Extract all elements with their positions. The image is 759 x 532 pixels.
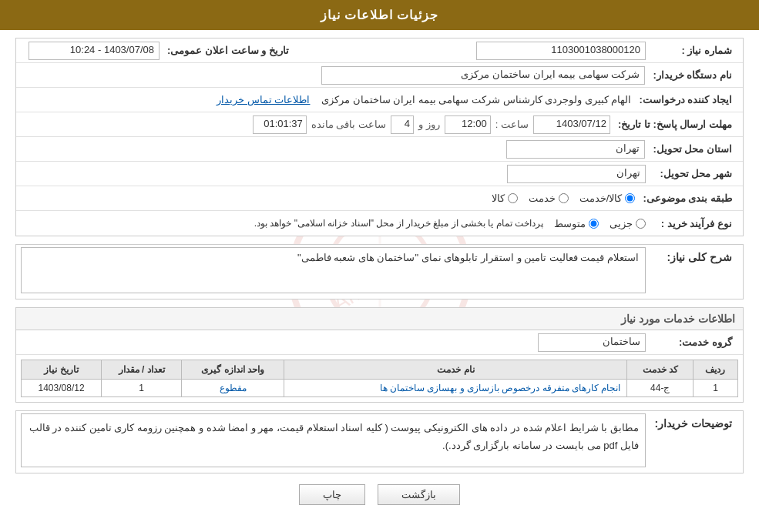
col-row: ردیف: [693, 360, 737, 380]
need-number-row: شماره نیاز : 1103001038000120 تاریخ و سا…: [16, 38, 743, 63]
print-button[interactable]: چاپ: [299, 484, 365, 505]
description-section: شرح کلی نیاز: استعلام قیمت فعالیت تامین …: [15, 244, 744, 299]
purchase-type-value-cell: جزیی متوسط پرداخت تمام یا بخشی از مبلغ خ…: [21, 218, 646, 229]
services-table: ردیف کد خدمت نام خدمت واحد اندازه گیری ت…: [21, 360, 738, 397]
purchase-type-options: جزیی متوسط پرداخت تمام یا بخشی از مبلغ خ…: [21, 218, 646, 229]
back-button[interactable]: بازگشت: [378, 484, 460, 505]
radio-kala-khadamat-input[interactable]: [625, 193, 635, 203]
cell-row: 1: [693, 380, 737, 397]
purchase-type-note: پرداخت تمام یا بخشی از مبلغ خریدار از مح…: [254, 218, 543, 229]
page-title: جزئیات اطلاعات نیاز: [321, 8, 439, 22]
purchase-type-label: نوع فرآیند خرید :: [646, 218, 738, 229]
creator-label: ایجاد کننده درخواست:: [631, 94, 738, 105]
requester-row: نام دستگاه خریدار: شرکت سهامی بیمه ایران…: [16, 63, 743, 88]
service-group-label: گروه خدمت:: [646, 336, 738, 348]
radio-jozyi-label: جزیی: [610, 218, 633, 229]
services-section: اطلاعات خدمات مورد نیاز گروه خدمت: ساختم…: [15, 307, 744, 403]
remaining-value: 01:01:37: [253, 115, 307, 134]
radio-kala-khadamat-label: کالا/خدمت: [579, 192, 623, 204]
time-label: ساعت :: [495, 119, 529, 130]
services-table-container: ردیف کد خدمت نام خدمت واحد اندازه گیری ت…: [16, 355, 743, 402]
announce-value: 1403/07/08 - 10:24: [29, 42, 160, 60]
services-table-header-row: ردیف کد خدمت نام خدمت واحد اندازه گیری ت…: [22, 360, 738, 380]
day-label: روز و: [418, 119, 440, 130]
radio-jozyi-input[interactable]: [636, 219, 646, 229]
deadline-date: 1403/07/12: [533, 115, 610, 134]
col-qty: تعداد / مقدار: [102, 360, 182, 380]
radio-jozyi[interactable]: جزیی: [610, 218, 646, 229]
creator-value: الهام کبیری ولوجردی کارشناس شرکت سهامی ب…: [321, 94, 632, 105]
form-container: شماره نیاز : 1103001038000120 تاریخ و سا…: [15, 38, 744, 505]
deadline-time: 12:00: [445, 115, 491, 134]
creator-value-cell: الهام کبیری ولوجردی کارشناس شرکت سهامی ب…: [21, 94, 631, 105]
city-value: تهران: [507, 165, 646, 183]
category-radio-group: کالا/خدمت خدمت کالا: [21, 192, 635, 204]
creator-row: ایجاد کننده درخواست: الهام کبیری ولوجردی…: [16, 88, 743, 112]
requester-label: نام دستگاه خریدار:: [645, 69, 738, 81]
category-label: طبقه بندی موضوعی:: [635, 192, 738, 204]
radio-motovaset[interactable]: متوسط: [554, 218, 599, 229]
deadline-label: مهلت ارسال پاسخ: تا تاریخ:: [610, 119, 738, 130]
radio-motovaset-input[interactable]: [589, 219, 599, 229]
deadline-datetime: 1403/07/12 ساعت : 12:00 روز و 4 ساعت باق…: [21, 115, 610, 134]
province-label: استان محل تحویل:: [645, 143, 738, 155]
cell-unit: مقطوع: [182, 380, 284, 397]
need-number-label: شماره نیاز :: [646, 45, 738, 56]
province-value: تهران: [506, 140, 645, 159]
col-date: تاریخ نیاز: [22, 360, 102, 380]
description-value: استعلام قیمت فعالیت تامین و استقرار تابل…: [21, 247, 646, 293]
need-number-value-cell: 1103001038000120: [295, 42, 646, 60]
action-buttons: بازگشت چاپ: [15, 484, 744, 505]
city-value-cell: تهران: [21, 165, 646, 183]
category-value-cell: کالا/خدمت خدمت کالا: [21, 192, 635, 204]
city-label: شهر محل تحویل:: [646, 168, 738, 179]
requester-value-cell: شرکت سهامی بیمه ایران ساختمان مرکزی: [21, 66, 645, 85]
announce-value-cell: 1403/07/08 - 10:24: [21, 42, 160, 60]
table-row: 1 ج-44 انجام کارهای متفرقه درخصوص بازساز…: [22, 380, 738, 397]
radio-motovaset-label: متوسط: [554, 218, 586, 229]
province-row: استان محل تحویل: تهران: [16, 137, 743, 162]
services-table-head: ردیف کد خدمت نام خدمت واحد اندازه گیری ت…: [22, 360, 738, 380]
page-header: جزئیات اطلاعات نیاز: [0, 0, 759, 30]
service-group-value: ساختمان: [538, 333, 646, 352]
radio-khadamat-input[interactable]: [559, 193, 569, 203]
requester-value: شرکت سهامی بیمه ایران ساختمان مرکزی: [321, 66, 645, 85]
province-value-cell: تهران: [21, 140, 645, 159]
basic-info-section: شماره نیاز : 1103001038000120 تاریخ و سا…: [15, 38, 744, 236]
radio-kala-input[interactable]: [508, 193, 518, 203]
page-wrapper: جزئیات اطلاعات نیاز AnaRender شماره نیاز…: [0, 0, 759, 532]
services-title: اطلاعات خدمات مورد نیاز: [16, 308, 743, 330]
radio-kala-khadamat[interactable]: کالا/خدمت: [579, 192, 636, 204]
deadline-row: مهلت ارسال پاسخ: تا تاریخ: 1403/07/12 سا…: [16, 112, 743, 137]
cell-code: ج-44: [627, 380, 694, 397]
service-group-row: گروه خدمت: ساختمان: [16, 330, 743, 355]
cell-qty: 1: [102, 380, 182, 397]
notes-section: توضیحات خریدار: مطابق با شرایط اعلام شده…: [15, 410, 744, 473]
category-row: طبقه بندی موضوعی: کالا/خدمت خدمت: [16, 186, 743, 211]
cell-date: 1403/08/12: [22, 380, 102, 397]
radio-khadamat[interactable]: خدمت: [529, 192, 569, 204]
city-row: شهر محل تحویل: تهران: [16, 162, 743, 186]
col-name: نام خدمت: [284, 360, 627, 380]
cell-name: انجام کارهای متفرقه درخصوص بازسازی و بهس…: [284, 380, 627, 397]
description-row: شرح کلی نیاز: استعلام قیمت فعالیت تامین …: [16, 245, 743, 299]
col-code: کد خدمت: [627, 360, 694, 380]
remaining-label: ساعت باقی مانده: [311, 119, 386, 130]
service-group-value-cell: ساختمان: [21, 333, 646, 352]
deadline-value-cell: 1403/07/12 ساعت : 12:00 روز و 4 ساعت باق…: [21, 115, 610, 134]
notes-row: توضیحات خریدار: مطابق با شرایط اعلام شده…: [16, 411, 743, 473]
notes-value-cell: مطابق با شرایط اعلام شده در داده های الک…: [21, 413, 646, 467]
contact-link[interactable]: اطلاعات تماس خریدار: [217, 94, 310, 105]
need-number-value: 1103001038000120: [476, 42, 646, 60]
col-unit: واحد اندازه گیری: [182, 360, 284, 380]
notes-value: مطابق با شرایط اعلام شده در داده های الک…: [21, 413, 646, 467]
description-label: شرح کلی نیاز:: [646, 247, 738, 263]
main-content: AnaRender شماره نیاز : 1103001038000120 …: [0, 30, 759, 520]
radio-kala-label: کالا: [492, 192, 505, 204]
radio-khadamat-label: خدمت: [529, 192, 556, 204]
radio-kala[interactable]: کالا: [492, 192, 518, 204]
announce-label: تاریخ و ساعت اعلان عمومی:: [160, 45, 295, 56]
description-value-cell: استعلام قیمت فعالیت تامین و استقرار تابل…: [21, 247, 646, 293]
day-value: 4: [391, 115, 414, 134]
purchase-type-row: نوع فرآیند خرید : جزیی متوسط پرداخت: [16, 211, 743, 236]
